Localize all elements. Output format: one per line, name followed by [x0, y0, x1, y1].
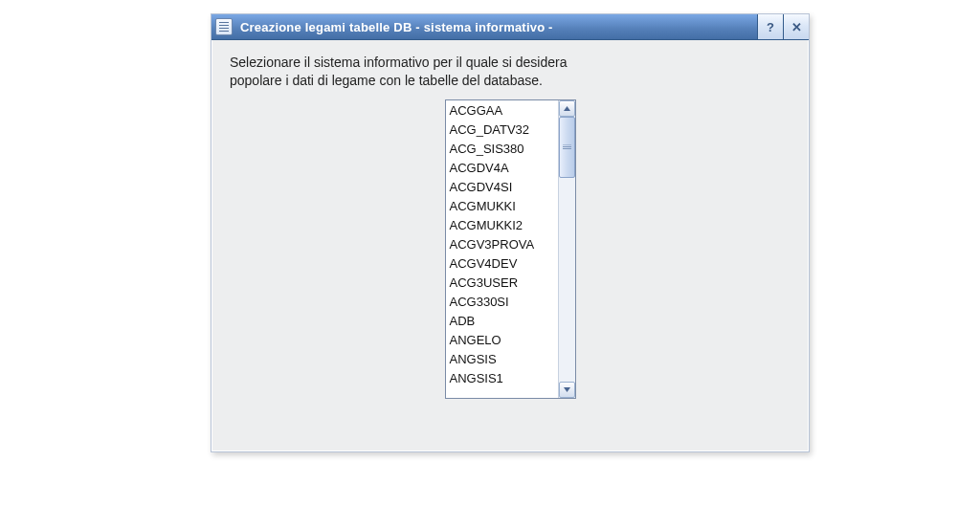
close-button[interactable]: ✕	[783, 14, 809, 39]
window-title: Creazione legami tabelle DB - sistema in…	[240, 20, 559, 34]
listbox-items[interactable]: ACGGAA ACG_DATV32 ACG_SIS380 ACGDV4A ACG…	[446, 100, 558, 398]
list-item[interactable]: ACG3USER	[448, 274, 556, 293]
help-button[interactable]: ?	[757, 14, 783, 39]
scrollbar[interactable]	[558, 100, 575, 398]
dialog-window: Creazione legami tabelle DB - sistema in…	[211, 13, 810, 452]
chevron-up-icon	[564, 106, 570, 111]
list-item[interactable]: ACGDV4A	[448, 159, 556, 178]
instruction-text: Selezionare il sistema informativo per i…	[230, 54, 791, 90]
menu-icon[interactable]	[215, 18, 233, 35]
svg-marker-0	[564, 106, 570, 111]
list-item[interactable]: ACG330SI	[448, 293, 556, 312]
dialog-body: Selezionare il sistema informativo per i…	[212, 40, 809, 451]
scroll-track[interactable]	[559, 117, 575, 382]
list-item[interactable]: ANGELO	[448, 331, 556, 350]
list-item[interactable]: ACG_DATV32	[448, 121, 556, 140]
scroll-down-button[interactable]	[559, 382, 575, 398]
scroll-thumb[interactable]	[559, 117, 575, 178]
list-item[interactable]: ACGMUKKI2	[448, 216, 556, 235]
svg-marker-1	[564, 387, 570, 392]
help-icon: ?	[767, 21, 774, 33]
close-icon: ✕	[791, 21, 802, 33]
titlebar-left: Creazione legami tabelle DB - sistema in…	[212, 14, 757, 39]
list-item[interactable]: ACG_SIS380	[448, 140, 556, 159]
list-item[interactable]: ACGV4DEV	[448, 254, 556, 274]
list-item[interactable]: ANGSIS	[448, 350, 556, 369]
list-item[interactable]: ADB	[448, 312, 556, 331]
list-item[interactable]: ACGMUKKI	[448, 197, 556, 216]
scroll-up-button[interactable]	[559, 100, 575, 117]
system-listbox[interactable]: ACGGAA ACG_DATV32 ACG_SIS380 ACGDV4A ACG…	[445, 99, 576, 399]
titlebar[interactable]: Creazione legami tabelle DB - sistema in…	[212, 14, 809, 40]
list-item[interactable]: ACGV3PROVA	[448, 235, 556, 254]
chevron-down-icon	[564, 387, 570, 392]
list-item[interactable]: ACGGAA	[448, 101, 556, 121]
list-item[interactable]: ANGSIS1	[448, 369, 556, 388]
list-item[interactable]: ACGDV4SI	[448, 178, 556, 197]
